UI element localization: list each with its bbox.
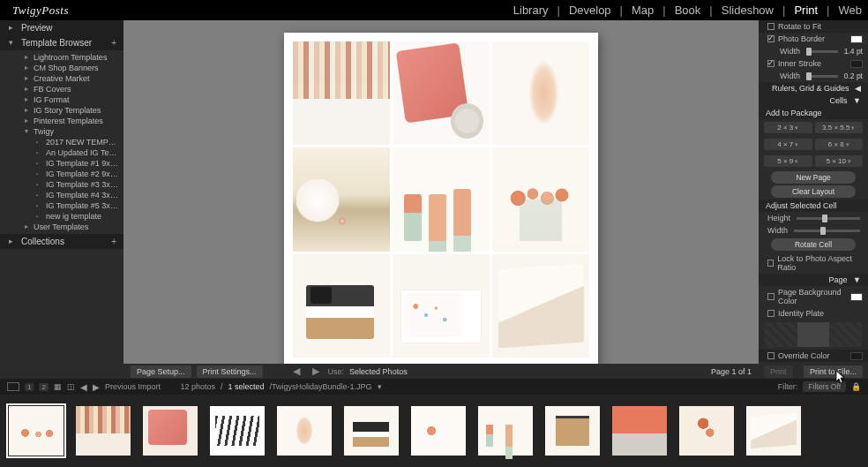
print-button[interactable]: Print	[764, 365, 793, 378]
template-item[interactable]: IG Template #2 9x9 Guide	[0, 169, 123, 179]
page-section-header[interactable]: Page ▼	[759, 274, 868, 286]
filmstrip-thumbnail[interactable]	[344, 406, 399, 456]
screen-2-button[interactable]: 2	[39, 383, 48, 391]
inner-stroke-checkbox[interactable]	[767, 60, 774, 67]
filmstrip[interactable]	[0, 395, 868, 467]
package-size-button[interactable]: 4 × 7	[764, 139, 812, 150]
prev-page-icon[interactable]: ◀	[289, 365, 303, 377]
use-dropdown[interactable]: Selected Photos	[349, 367, 408, 376]
package-size-button[interactable]: 5 × 9	[764, 155, 812, 167]
layout-cell[interactable]	[293, 254, 390, 358]
filmstrip-thumbnail[interactable]	[277, 406, 332, 456]
filmstrip-thumbnail[interactable]	[9, 406, 64, 456]
page-bg-color-checkbox[interactable]	[767, 293, 774, 300]
rulers-section-header[interactable]: Rulers, Grid & Guides ◀	[759, 82, 868, 94]
template-item[interactable]: new ig template	[0, 211, 123, 222]
template-item[interactable]: IG Template #3 3x3 Guide	[0, 179, 123, 190]
module-slideshow[interactable]: Slideshow	[715, 4, 780, 17]
new-page-button[interactable]: New Page	[771, 171, 856, 184]
photo-border-width-slider[interactable]	[806, 50, 838, 53]
layout-cell[interactable]	[293, 147, 390, 251]
cells-section-header[interactable]: Cells ▼	[759, 94, 868, 107]
cell-height-slider[interactable]	[797, 217, 860, 220]
lock-aspect-checkbox[interactable]	[767, 260, 774, 267]
module-book[interactable]: Book	[669, 4, 707, 17]
main-screen-icon[interactable]	[7, 382, 19, 391]
page-bg-color-swatch[interactable]	[850, 293, 863, 301]
print-canvas[interactable]	[123, 20, 759, 379]
photo-border-checkbox[interactable]	[767, 35, 774, 42]
rotate-to-fit-checkbox[interactable]	[767, 23, 774, 30]
template-item[interactable]: IG Template #4 3x3 Guide	[0, 190, 123, 200]
next-source-icon[interactable]: ▶	[93, 382, 100, 392]
filmstrip-thumbnail[interactable]	[478, 406, 533, 456]
layout-cell[interactable]	[393, 254, 490, 358]
layout-cell[interactable]	[393, 147, 490, 251]
collections-panel-header[interactable]: Collections +	[0, 234, 123, 249]
compare-view-icon[interactable]: ◫	[67, 382, 75, 391]
inner-stroke-width-label: Width	[780, 72, 800, 80]
template-item[interactable]: 2017 NEW TEMPLATE 2	[0, 137, 123, 147]
package-size-button[interactable]: 5 × 10	[815, 155, 864, 167]
template-item[interactable]: IG Template #1 9x9 Guide	[0, 158, 123, 169]
module-web[interactable]: Web	[833, 4, 869, 17]
filmstrip-thumbnail[interactable]	[545, 406, 600, 456]
folder-ig-format[interactable]: IG Format	[0, 94, 123, 105]
next-page-icon[interactable]: ▶	[309, 365, 323, 377]
folder-ig-story-templates[interactable]: IG Story Templates	[0, 105, 123, 116]
layout-cell[interactable]	[492, 254, 589, 358]
inner-stroke-width-slider[interactable]	[806, 75, 838, 78]
add-template-icon[interactable]: +	[111, 38, 116, 48]
folder-fb-covers[interactable]: FB Covers	[0, 84, 123, 94]
print-settings-button[interactable]: Print Settings...	[197, 365, 263, 378]
override-color-swatch[interactable]	[850, 352, 863, 360]
module-develop[interactable]: Develop	[563, 4, 617, 17]
template-item[interactable]: An Updated IG Template 9...	[0, 147, 123, 158]
layout-cell[interactable]	[393, 41, 490, 145]
prev-source-icon[interactable]: ◀	[80, 382, 87, 392]
module-print[interactable]: Print	[788, 4, 824, 17]
cell-width-slider[interactable]	[794, 230, 860, 232]
filmstrip-thumbnail[interactable]	[411, 406, 466, 456]
grid-view-icon[interactable]: ▦	[54, 382, 62, 391]
filters-off-dropdown[interactable]: Filters Off	[803, 381, 846, 392]
filmstrip-thumbnail[interactable]	[210, 406, 265, 456]
folder-cm-shop-banners[interactable]: CM Shop Banners	[0, 63, 123, 73]
folder-user-templates[interactable]: User Templates	[0, 222, 123, 232]
print-page[interactable]	[284, 33, 598, 366]
filmstrip-thumbnail[interactable]	[612, 406, 667, 456]
inner-stroke-color-swatch[interactable]	[850, 60, 863, 68]
filmstrip-thumbnail[interactable]	[143, 406, 198, 456]
template-item[interactable]: IG Template #5 3x3 Guide	[0, 200, 123, 211]
module-library[interactable]: Library	[507, 4, 555, 17]
clear-layout-button[interactable]: Clear Layout	[771, 185, 856, 198]
screen-1-button[interactable]: 1	[25, 383, 34, 391]
folder-twigy[interactable]: Twigy	[0, 126, 123, 137]
identity-plate-checkbox[interactable]	[767, 310, 774, 317]
package-size-button[interactable]: 3.5 × 5.5	[815, 122, 864, 133]
page-setup-button[interactable]: Page Setup...	[131, 365, 191, 378]
preview-panel-header[interactable]: Preview	[0, 20, 123, 35]
template-browser-header[interactable]: Template Browser +	[0, 35, 123, 50]
module-map[interactable]: Map	[625, 4, 660, 17]
photo-border-color-swatch[interactable]	[850, 35, 863, 43]
identity-plate-preview[interactable]	[765, 322, 862, 347]
folder-pinterest-templates[interactable]: Pinterest Templates	[0, 116, 123, 126]
override-color-checkbox[interactable]	[767, 352, 774, 359]
layout-cell[interactable]	[492, 41, 589, 145]
print-to-file-button[interactable]: Print to File...	[804, 365, 863, 378]
filmstrip-thumbnail[interactable]	[679, 406, 734, 456]
filmstrip-thumbnail[interactable]	[76, 406, 131, 456]
package-size-button[interactable]: 2 × 3	[764, 122, 812, 133]
add-collection-icon[interactable]: +	[111, 237, 116, 246]
folder-creative-market[interactable]: Creative Market	[0, 73, 123, 84]
package-size-button[interactable]: 6 × 8	[815, 139, 864, 150]
filmstrip-thumbnail[interactable]	[746, 406, 801, 456]
source-label[interactable]: Previous Import	[105, 382, 161, 391]
rotate-cell-button[interactable]: Rotate Cell	[771, 238, 856, 251]
filter-lock-icon[interactable]: 🔒	[851, 382, 861, 391]
layout-cell[interactable]	[293, 41, 390, 145]
layout-cell[interactable]	[492, 147, 589, 251]
folder-lightroom-templates[interactable]: Lightroom Templates	[0, 52, 123, 63]
photo-border-width-value: 1.4 pt	[844, 47, 863, 56]
